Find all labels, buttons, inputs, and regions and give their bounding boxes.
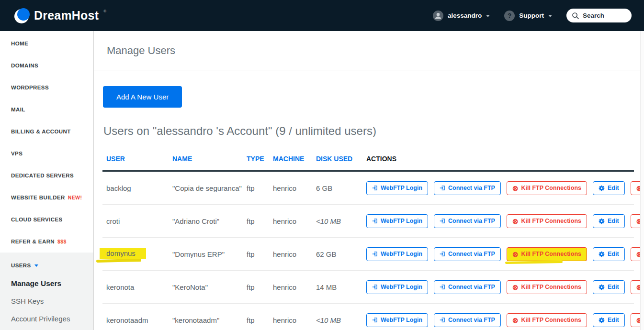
users-account-heading: Users on "alessandro 's Account" (9 / un… <box>103 124 644 138</box>
sidebar-subitem-manage-users[interactable]: Manage Users <box>0 275 93 292</box>
connect-via-ftp-button[interactable]: Connect via FTP <box>434 181 501 195</box>
column-header-machine: MACHINE <box>273 155 316 163</box>
webftp-login-button[interactable]: WebFTP Login <box>366 214 428 228</box>
user-cell: backlog <box>102 184 172 192</box>
highlighted-username: domynus <box>100 248 146 259</box>
column-header-type: TYPE <box>247 155 273 163</box>
disk-used-cell: 14 MB <box>316 283 366 291</box>
column-header-name: NAME <box>172 155 247 163</box>
column-header-disk-used: DISK USED <box>316 155 366 163</box>
user-cell: croti <box>102 217 172 225</box>
signin-icon <box>440 284 445 290</box>
sidebar-item-vps[interactable]: VPS <box>0 143 93 165</box>
signin-icon <box>440 218 445 224</box>
sidebar-nav: HOME DOMAINS WORDPRESS MAIL BILLING & AC… <box>0 31 93 253</box>
signin-icon <box>372 317 378 323</box>
support-menu[interactable]: ? Support <box>504 11 552 21</box>
gear-icon <box>599 185 605 191</box>
chevron-down-icon <box>486 15 490 17</box>
sidebar-item-home[interactable]: HOME <box>0 33 93 55</box>
sidebar-item-refer-earn[interactable]: REFER & EARN $$$ <box>0 231 93 253</box>
account-menu[interactable]: alessandro <box>433 11 490 21</box>
connect-via-ftp-button[interactable]: Connect via FTP <box>434 214 501 228</box>
connect-via-ftp-button[interactable]: Connect via FTP <box>434 247 501 261</box>
machine-cell: henrico <box>273 316 316 324</box>
name-cell: "Adriano Croti" <box>172 217 247 225</box>
sidebar-item-users[interactable]: USERS <box>0 256 93 275</box>
circle-x-icon: ⊗ <box>512 185 519 192</box>
row-actions: WebFTP Login Connect via FTP ⊗Kill FTP C… <box>366 313 644 327</box>
sidebar-item-domains[interactable]: DOMAINS <box>0 55 93 77</box>
table-row: domynus "Domynus ERP" ftp henrico 62 GB … <box>102 238 634 271</box>
connect-via-ftp-button[interactable]: Connect via FTP <box>434 313 501 327</box>
sidebar-item-dedicated-servers[interactable]: DEDICATED SERVERS <box>0 165 93 187</box>
machine-cell: henrico <box>273 250 316 258</box>
machine-cell: henrico <box>273 217 316 225</box>
row-actions: WebFTP Login Connect via FTP ⊗Kill FTP C… <box>366 247 644 261</box>
user-cell: keronotaadm <box>102 316 172 324</box>
disk-used-cell: <10 MB <box>316 217 366 225</box>
sidebar-subitem-account-privileges[interactable]: Account Privileges <box>0 310 93 328</box>
search-box[interactable] <box>566 9 632 22</box>
main-content: Manage Users Add A New User Users on "al… <box>94 31 644 330</box>
kill-ftp-connections-button[interactable]: ⊗Kill FTP Connections <box>507 214 587 228</box>
type-cell: ftp <box>247 250 273 258</box>
signin-icon <box>372 185 378 191</box>
add-user-button[interactable]: Add A New User <box>103 86 182 108</box>
row-actions: WebFTP Login Connect via FTP ⊗Kill FTP C… <box>366 181 644 195</box>
signin-icon <box>440 317 445 323</box>
webftp-login-button[interactable]: WebFTP Login <box>366 280 428 294</box>
signin-icon <box>372 284 378 290</box>
disk-used-cell: 62 GB <box>316 250 366 258</box>
table-row: croti "Adriano Croti" ftp henrico <10 MB… <box>102 205 634 238</box>
kill-ftp-connections-button[interactable]: ⊗Kill FTP Connections <box>507 181 587 195</box>
sidebar-subitem-ssh-keys[interactable]: SSH Keys <box>0 292 93 310</box>
sidebar-item-website-builder[interactable]: WEBSITE BUILDER NEW! <box>0 187 93 209</box>
kill-ftp-connections-button[interactable]: ⊗Kill FTP Connections <box>507 280 587 294</box>
type-cell: ftp <box>247 217 273 225</box>
circle-x-icon: ⊗ <box>512 251 519 258</box>
column-header-actions: ACTIONS <box>366 155 634 163</box>
dreamhost-logo[interactable]: DreamHost ® <box>14 8 106 23</box>
gear-icon <box>599 251 605 257</box>
signin-icon <box>440 251 445 257</box>
edit-button[interactable]: Edit <box>593 280 625 294</box>
edit-button[interactable]: Edit <box>593 313 625 327</box>
connect-via-ftp-button[interactable]: Connect via FTP <box>434 280 501 294</box>
signin-icon <box>372 251 378 257</box>
edit-button[interactable]: Edit <box>593 181 625 195</box>
sidebar-item-billing-account[interactable]: BILLING & ACCOUNT <box>0 121 93 143</box>
name-cell: "keronotaadm" <box>172 316 247 324</box>
kill-ftp-connections-button-highlighted[interactable]: ⊗Kill FTP Connections <box>507 247 587 261</box>
webftp-login-button[interactable]: WebFTP Login <box>366 181 428 195</box>
signin-icon <box>372 218 378 224</box>
chevron-down-icon <box>548 15 552 17</box>
sidebar-item-wordpress[interactable]: WORDPRESS <box>0 77 93 99</box>
kill-ftp-connections-button[interactable]: ⊗Kill FTP Connections <box>507 313 587 327</box>
type-cell: ftp <box>247 316 273 324</box>
account-name: alessandro <box>448 12 482 19</box>
scrollbar-track[interactable] <box>640 31 644 330</box>
name-cell: "KeroNota" <box>172 283 247 291</box>
dreamhost-logo-icon <box>14 8 30 23</box>
webftp-login-button[interactable]: WebFTP Login <box>366 247 428 261</box>
new-badge: NEW! <box>68 195 82 200</box>
webftp-login-button[interactable]: WebFTP Login <box>366 313 428 327</box>
edit-button[interactable]: Edit <box>593 247 625 261</box>
page-title: Manage Users <box>107 44 175 57</box>
question-icon: ? <box>504 11 515 21</box>
sidebar-item-mail[interactable]: MAIL <box>0 99 93 121</box>
sidebar-users-section: USERS Manage Users SSH Keys Account Priv… <box>0 253 93 330</box>
machine-cell: henrico <box>273 283 316 291</box>
sidebar-item-cloud-services[interactable]: CLOUD SERVICES <box>0 209 93 231</box>
name-cell: "Domynus ERP" <box>172 250 247 258</box>
table-header-row: USER NAME TYPE MACHINE DISK USED ACTIONS <box>102 147 634 170</box>
disk-used-cell: <10 MB <box>316 316 366 324</box>
logo-trademark: ® <box>103 9 106 13</box>
users-table: USER NAME TYPE MACHINE DISK USED ACTIONS… <box>102 147 634 330</box>
column-header-user: USER <box>102 155 172 163</box>
edit-button[interactable]: Edit <box>593 214 625 228</box>
search-input[interactable] <box>583 12 624 19</box>
topbar-right: alessandro ? Support <box>433 9 632 22</box>
table-row: keronotaadm "keronotaadm" ftp henrico <1… <box>102 304 634 330</box>
